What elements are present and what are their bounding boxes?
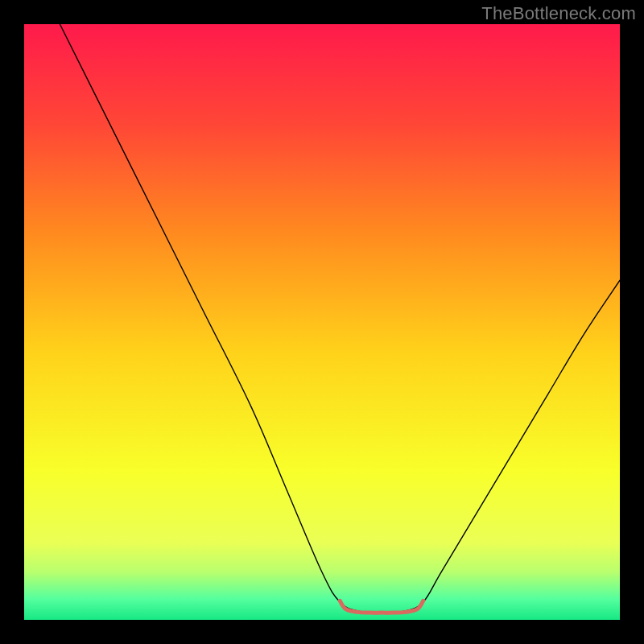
chart-frame: TheBottleneck.com [0,0,644,644]
plot-area [24,24,620,620]
gradient-background [24,24,620,620]
watermark-label: TheBottleneck.com [481,3,636,24]
bottleneck-chart [24,24,620,620]
